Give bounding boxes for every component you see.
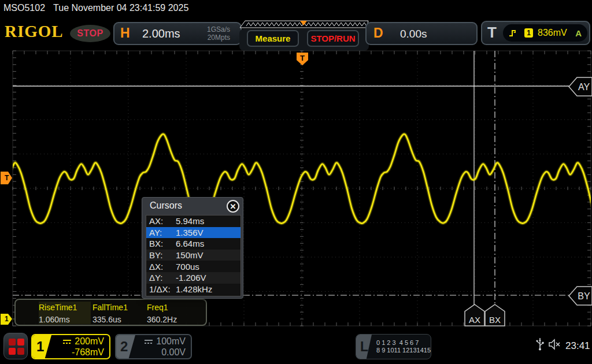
cursor-by-tag-label: BY (578, 291, 590, 301)
measurement-label: FallTime1 (92, 303, 145, 312)
cursor-row-label: AX: (149, 216, 175, 226)
cursor-row-ax[interactable]: AX:5.94ms (146, 216, 240, 227)
cursor-row-label: ΔY: (149, 273, 175, 283)
cursor-row-value: 150mV (176, 250, 204, 260)
dialog-title: Cursors (150, 200, 182, 211)
measurement-risetime: RiseTime1 1.060ms (39, 302, 91, 324)
cursor-ay-tag-label: AY (578, 82, 590, 92)
waveform-glow (0, 134, 592, 224)
cursors-dialog[interactable]: Cursors ✕ AX:5.94msAY:1.356VBX:6.64msBY:… (142, 197, 243, 299)
cursor-bx-tag-label: BX (489, 315, 501, 325)
oscilloscope-screen: MSO5102Tue November 04 23:41:59 2025 RIG… (0, 0, 592, 364)
cursor-row-ay[interactable]: AY:1.356V (146, 227, 240, 239)
measurement-label: RiseTime1 (39, 303, 91, 312)
cursor-row-y[interactable]: ΔY:-1.206V (146, 272, 240, 284)
cursor-ax-tag-label: AX (469, 315, 480, 325)
cursor-row-label: AY: (149, 228, 175, 237)
cursor-row-value: 1.356V (176, 228, 204, 237)
cursor-row-value: 700us (176, 262, 199, 272)
cursor-row-label: ΔX: (149, 262, 175, 272)
cursor-row-value: -1.206V (176, 273, 206, 283)
measurement-value: 1.060ms (39, 315, 91, 324)
cursor-row-by[interactable]: BY:150mV (146, 250, 240, 261)
measurement-falltime: FallTime1 335.6us (92, 302, 145, 324)
cursor-row-x[interactable]: ΔX:700us (146, 261, 240, 272)
cursor-row-value: 1.428kHz (176, 284, 212, 294)
cursor-row-bx[interactable]: BX:6.64ms (146, 238, 240, 250)
measurement-value: 335.6us (92, 315, 145, 324)
measurement-panel[interactable]: RiseTime1 1.060ms FallTime1 335.6us Freq… (14, 299, 207, 326)
close-icon[interactable]: ✕ (227, 200, 239, 213)
trigger-level-marker-letter: T (5, 174, 9, 182)
trigger-position-marker-letter: T (300, 54, 305, 62)
cursor-value-list: AX:5.94msAY:1.356VBX:6.64msBY:150mVΔX:70… (146, 215, 241, 296)
channel1-ground-marker-label: 1 (5, 315, 9, 323)
measurement-label: Freq1 (147, 303, 199, 312)
cursor-row-label: 1/ΔX: (149, 284, 175, 294)
measurement-freq: Freq1 360.2Hz (147, 302, 199, 324)
measurement-value: 360.2Hz (147, 315, 199, 324)
cursor-row-label: BY: (149, 250, 175, 260)
cursor-row-value: 5.94ms (176, 216, 204, 226)
cursor-row-value: 6.64ms (176, 239, 204, 248)
cursor-row-1x[interactable]: 1/ΔX:1.428kHz (146, 284, 240, 295)
cursor-row-label: BX: (149, 239, 175, 248)
